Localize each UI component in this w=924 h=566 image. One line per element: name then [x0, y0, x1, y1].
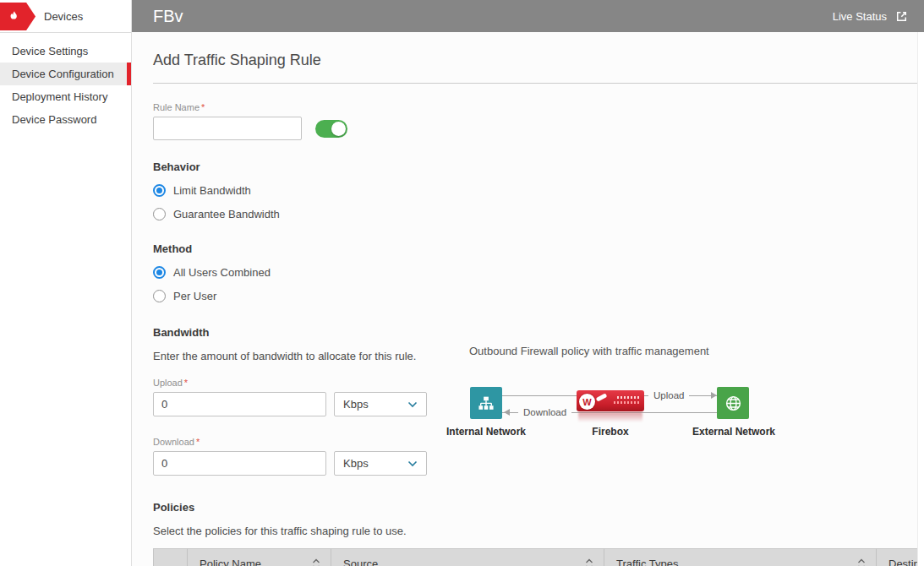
- table-header-row: Policy Name Source Tra: [154, 549, 924, 566]
- behavior-heading: Behavior: [153, 161, 924, 173]
- live-status-label: Live Status: [833, 10, 887, 23]
- method-option-all-users-combined[interactable]: All Users Combined: [153, 266, 271, 279]
- globe-icon: [724, 395, 742, 412]
- upload-flow-label: Upload: [648, 389, 689, 401]
- column-header-policy-name[interactable]: Policy Name: [188, 549, 331, 566]
- sidebar-item-device-settings[interactable]: Device Settings: [0, 40, 131, 63]
- topbar: FBv Live Status: [132, 0, 924, 32]
- watchguard-logo: W: [579, 394, 595, 410]
- policies-table: Policy Name Source Tra: [153, 548, 924, 566]
- sort-icon[interactable]: [312, 558, 320, 566]
- sort-icon[interactable]: [585, 558, 593, 566]
- radio-label: Per User: [173, 290, 216, 302]
- external-network-node: [717, 387, 749, 419]
- sidebar-item-device-password[interactable]: Device Password: [0, 108, 131, 131]
- app-root: Devices Device Settings Device Configura…: [0, 0, 924, 566]
- page-title: Add Traffic Shaping Rule: [153, 32, 917, 84]
- select-all-column-header: [154, 549, 188, 566]
- arrow-right-icon: [711, 392, 717, 399]
- method-option-per-user[interactable]: Per User: [153, 290, 216, 302]
- scrollbar-track[interactable]: [917, 32, 924, 566]
- column-label: Source: [343, 558, 378, 566]
- policies-table-wrap: Policy Name Source Tra: [153, 548, 924, 566]
- device-title: FBv: [153, 7, 833, 26]
- behavior-option-guarantee-bandwidth[interactable]: Guarantee Bandwidth: [153, 208, 280, 220]
- radio-label: All Users Combined: [173, 266, 271, 279]
- firebox-label: Firebox: [564, 426, 657, 438]
- radio-unselected-icon[interactable]: [153, 290, 166, 302]
- download-bandwidth-input[interactable]: [153, 451, 326, 476]
- sidebar-item-deployment-history[interactable]: Deployment History: [0, 85, 131, 108]
- firebox-appliance: W: [577, 382, 644, 427]
- traffic-diagram: Outbound Firewall policy with traffic ma…: [469, 345, 795, 454]
- method-heading: Method: [153, 242, 924, 255]
- chevron-down-icon: [407, 401, 418, 408]
- required-asterisk: *: [196, 437, 200, 447]
- radio-label: Guarantee Bandwidth: [173, 208, 280, 220]
- column-label: Policy Name: [200, 558, 261, 566]
- live-status-link[interactable]: Live Status: [833, 9, 909, 24]
- devices-pennant: [0, 3, 36, 30]
- policies-heading: Policies: [153, 501, 924, 514]
- sidebar: Devices Device Settings Device Configura…: [0, 0, 132, 566]
- diagram-caption: Outbound Firewall policy with traffic ma…: [469, 345, 709, 357]
- policies-description: Select the policies for this traffic sha…: [153, 525, 924, 537]
- content: Add Traffic Shaping Rule Rule Name* Beha…: [132, 32, 924, 566]
- radio-unselected-icon[interactable]: [153, 208, 166, 220]
- network-tree-icon: [478, 395, 495, 411]
- upload-label-text: Upload: [153, 378, 183, 388]
- rule-name-label: Rule Name*: [153, 102, 924, 112]
- sidebar-item-device-configuration[interactable]: Device Configuration: [0, 63, 131, 85]
- sidebar-brand: Devices: [0, 0, 131, 33]
- internal-network-label: Internal Network: [440, 426, 533, 438]
- firebox-leds: [617, 396, 639, 399]
- required-asterisk: *: [201, 102, 205, 112]
- external-link-icon: [894, 9, 909, 24]
- download-label-text: Download: [153, 437, 194, 447]
- firebox-reflection: [578, 412, 642, 422]
- download-unit-select[interactable]: Kbps: [334, 451, 427, 476]
- bandwidth-heading: Bandwidth: [153, 326, 924, 339]
- radio-selected-icon[interactable]: [153, 184, 166, 197]
- flame-icon: [8, 10, 20, 23]
- download-unit-value: Kbps: [343, 457, 369, 470]
- firebox-ports: [614, 401, 639, 404]
- external-network-label: External Network: [687, 426, 780, 438]
- rule-name-field: Rule Name*: [153, 102, 924, 140]
- sidebar-brand-label: Devices: [44, 10, 83, 23]
- arrow-left-icon: [504, 409, 510, 416]
- column-label: Traffic Types: [616, 558, 678, 566]
- radio-label: Limit Bandwidth: [173, 184, 251, 197]
- toggle-knob: [331, 122, 346, 136]
- rule-name-input[interactable]: [153, 117, 302, 140]
- chevron-down-icon: [407, 460, 418, 467]
- radio-selected-icon[interactable]: [153, 266, 166, 279]
- column-header-traffic-types[interactable]: Traffic Types: [604, 549, 877, 566]
- rule-enabled-toggle[interactable]: [315, 120, 347, 138]
- upload-bandwidth-input[interactable]: [153, 392, 326, 416]
- upload-unit-select[interactable]: Kbps: [334, 392, 427, 416]
- download-flow-label: Download: [518, 406, 571, 418]
- sort-icon[interactable]: [857, 558, 866, 566]
- internal-network-node: [470, 387, 502, 419]
- required-asterisk: *: [184, 378, 188, 388]
- behavior-option-limit-bandwidth[interactable]: Limit Bandwidth: [153, 184, 251, 197]
- rule-name-label-text: Rule Name: [153, 102, 200, 112]
- upload-unit-value: Kbps: [343, 398, 369, 411]
- column-header-source[interactable]: Source: [331, 549, 604, 566]
- sidebar-nav: Device Settings Device Configuration Dep…: [0, 33, 131, 131]
